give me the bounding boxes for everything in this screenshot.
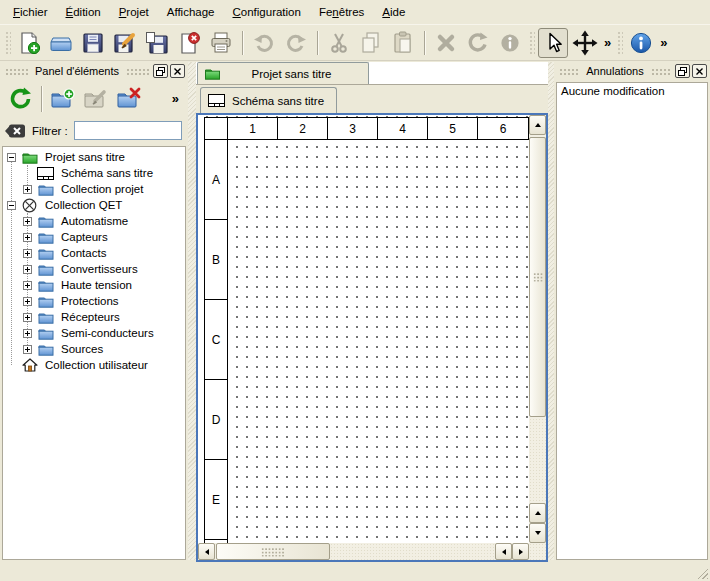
rotate-button [463,28,493,58]
scroll-right-button[interactable] [512,543,529,560]
diagram-canvas[interactable]: 123456 ABCDE [198,115,529,543]
toolbar-drag-handle[interactable] [528,30,535,56]
tree-item-label: Protections [59,295,121,307]
collapse-icon[interactable] [7,153,16,162]
menu-aide[interactable]: Aide [373,2,414,22]
tree-item-label: Projet sans titre [43,151,127,163]
tree-item-recepteurs[interactable]: Récepteurs [3,309,185,325]
tree-item-capteurs[interactable]: Capteurs [3,229,185,245]
scroll-left-button-right[interactable] [495,543,512,560]
float-panel-button[interactable] [153,64,168,78]
menu-fenetres[interactable]: Fenêtres [310,2,373,22]
menu-edition[interactable]: Édition [57,2,110,22]
horizontal-scrollbar[interactable] [198,543,529,560]
scroll-left-button[interactable] [198,543,215,560]
undo-history-list[interactable]: Aucune modification [556,82,708,560]
clear-filter-button[interactable] [5,123,26,139]
save-button[interactable] [78,28,108,58]
row-label-D: D [205,380,227,460]
tab-project[interactable]: Projet sans titre [197,62,369,84]
titlebar-texture [126,68,149,75]
tree-item-convertisseurs[interactable]: Convertisseurs [3,261,185,277]
tree-item-label: Collection utilisateur [43,359,150,371]
tree-item-collection-projet[interactable]: Collection projet [3,181,185,197]
toolbar-drag-handle[interactable] [4,30,11,56]
toolbar-separator [41,86,42,112]
elements-panel: Panel d'éléments » Filtrer : Projet sans… [0,62,188,560]
print-button[interactable] [206,28,236,58]
filter-input[interactable] [74,121,182,140]
close-file-button[interactable] [174,28,204,58]
close-panel-button[interactable] [692,64,707,78]
menu-projet[interactable]: Projet [110,2,158,22]
expand-icon[interactable] [23,329,32,338]
move-tool-button[interactable] [570,28,600,58]
tree-item-label: Sources [59,343,105,355]
menu-affichage[interactable]: Affichage [158,2,224,22]
scroll-up-button[interactable] [529,115,546,135]
select-pointer-button[interactable] [538,28,568,58]
tab-schema[interactable]: Schéma sans titre [200,87,337,113]
reload-collections-button[interactable] [4,83,37,114]
new-category-button[interactable] [46,83,79,114]
tree-item-contacts[interactable]: Contacts [3,245,185,261]
save-as-button[interactable] [110,28,140,58]
toolbar-drag-handle[interactable] [616,30,623,56]
column-label-4: 4 [378,118,428,139]
scroll-up-button-bottom[interactable] [529,503,546,523]
horizontal-scroll-thumb[interactable] [216,543,330,560]
menu-fichier[interactable]: Fichier [4,2,57,22]
expand-icon[interactable] [23,249,32,258]
filter-row: Filtrer : [0,117,188,144]
collections-toolbar: » [0,80,188,117]
schema-tab-bar: Schéma sans titre [196,85,548,113]
tree-item-sources[interactable]: Sources [3,341,185,357]
left-arrow-icon [205,549,209,555]
resize-grip[interactable] [695,566,708,579]
expand-icon[interactable] [23,185,32,194]
expand-icon[interactable] [23,233,32,242]
column-label-3: 3 [328,118,378,139]
menu-configuration[interactable]: Configuration [224,2,310,22]
save-all-button[interactable] [142,28,172,58]
tree-item-schema-sans-titre[interactable]: Schéma sans titre [3,165,185,181]
expand-icon[interactable] [23,313,32,322]
tree-item-semi-conducteurs[interactable]: Semi-conducteurs [3,325,185,341]
tree-item-protections[interactable]: Protections [3,293,185,309]
tree-item-collection-utilisateur[interactable]: Collection utilisateur [3,357,185,373]
float-panel-button[interactable] [675,64,690,78]
expand-icon[interactable] [23,281,32,290]
open-project-button[interactable] [46,28,76,58]
new-document-button[interactable] [14,28,44,58]
about-info-button[interactable] [626,28,656,58]
diagram-row-header: ABCDE [204,140,228,543]
left-splitter-handle[interactable] [188,62,196,560]
expand-icon[interactable] [23,265,32,274]
vertical-scrollbar[interactable] [529,115,546,543]
toolbar-overflow-button[interactable]: » [601,35,614,50]
project-folder-icon [204,67,221,80]
tree-item-automatisme[interactable]: Automatisme [3,213,185,229]
tree-item-haute-tension[interactable]: Haute tension [3,277,185,293]
expand-icon[interactable] [23,217,32,226]
close-panel-button[interactable] [170,64,185,78]
delete-category-button[interactable] [112,83,145,114]
toolbar-overflow-button[interactable]: » [657,35,670,50]
scroll-down-button[interactable] [529,523,546,543]
vertical-scroll-thumb[interactable] [529,137,546,417]
tree-item-projet-sans-titre[interactable]: Projet sans titre [3,149,185,165]
diagram-column-header: 123456 [227,117,529,140]
elements-panel-titlebar[interactable]: Panel d'éléments [0,62,188,80]
expand-icon[interactable] [23,345,32,354]
expand-icon[interactable] [23,297,32,306]
column-label-5: 5 [428,118,478,139]
folder-blue-icon [37,262,54,277]
titlebar-texture [5,68,28,75]
collections-toolbar-overflow-button[interactable]: » [169,91,184,106]
elements-panel-title: Panel d'éléments [30,65,124,77]
tree-item-collection-qet[interactable]: Collection QET [3,197,185,213]
titlebar-texture [651,68,671,75]
collapse-icon[interactable] [7,201,16,210]
undo-panel-titlebar[interactable]: Annulations [554,62,710,80]
project-tab-label: Projet sans titre [221,68,362,80]
